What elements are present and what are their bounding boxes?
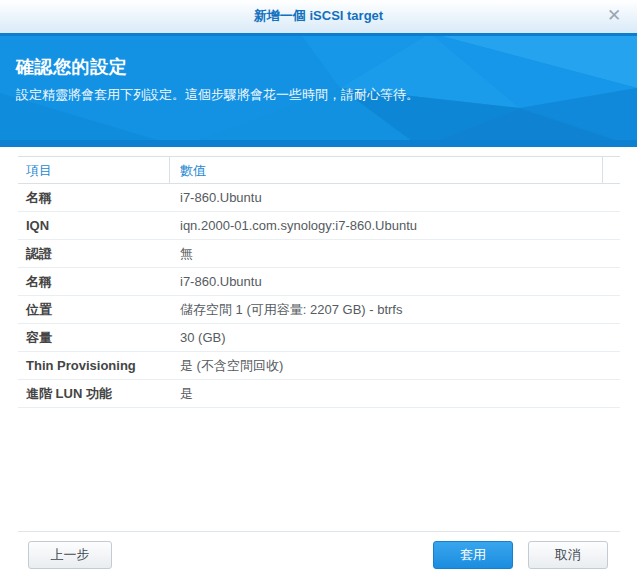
apply-button[interactable]: 套用: [433, 541, 513, 569]
column-header-value: 數值: [171, 157, 603, 184]
iscsi-target-wizard-dialog: 新增一個 iSCSI target ✕ 確認您的設定 設定精靈將會套用下列設定。…: [0, 0, 637, 575]
close-icon[interactable]: ✕: [603, 4, 625, 28]
row-item-label: 名稱: [18, 268, 170, 295]
table-row: 容量 30 (GB): [18, 324, 620, 352]
table-row: 進階 LUN 功能 是: [18, 380, 620, 408]
table-row: 位置 儲存空間 1 (可用容量: 2207 GB) - btrfs: [18, 296, 620, 324]
settings-table: 項目 數值 名稱 i7-860.Ubuntu IQN iqn.2000-01.c…: [18, 156, 620, 408]
table-row: IQN iqn.2000-01.com.synology:i7-860.Ubun…: [18, 212, 620, 240]
banner-heading: 確認您的設定: [16, 55, 127, 79]
row-item-label: Thin Provisioning: [18, 352, 170, 379]
row-item-value: 是: [170, 380, 620, 407]
dialog-titlebar: 新增一個 iSCSI target ✕: [0, 0, 637, 33]
table-row: 認證 無: [18, 240, 620, 268]
settings-table-body: 名稱 i7-860.Ubuntu IQN iqn.2000-01.com.syn…: [18, 184, 620, 408]
wizard-banner: 確認您的設定 設定精靈將會套用下列設定。這個步驟將會花一些時間，請耐心等待。: [0, 33, 637, 147]
row-item-label: 位置: [18, 296, 170, 323]
settings-table-header: 項目 數值: [18, 156, 620, 184]
row-item-label: 名稱: [18, 184, 170, 211]
row-item-value: 是 (不含空間回收): [170, 352, 620, 379]
table-row: Thin Provisioning 是 (不含空間回收): [18, 352, 620, 380]
row-item-value: 無: [170, 240, 620, 267]
row-item-value: i7-860.Ubuntu: [170, 184, 620, 211]
row-item-label: 進階 LUN 功能: [18, 380, 170, 407]
dialog-title: 新增一個 iSCSI target: [0, 0, 637, 33]
table-row: 名稱 i7-860.Ubuntu: [18, 184, 620, 212]
cancel-button[interactable]: 取消: [528, 541, 608, 569]
row-item-label: 認證: [18, 240, 170, 267]
footer-divider: [18, 531, 620, 532]
row-item-label: IQN: [18, 212, 170, 239]
banner-subheading: 設定精靈將會套用下列設定。這個步驟將會花一些時間，請耐心等待。: [16, 86, 419, 104]
row-item-value: i7-860.Ubuntu: [170, 268, 620, 295]
row-item-label: 容量: [18, 324, 170, 351]
row-item-value: 30 (GB): [170, 324, 620, 351]
row-item-value: 儲存空間 1 (可用容量: 2207 GB) - btrfs: [170, 296, 620, 323]
table-row: 名稱 i7-860.Ubuntu: [18, 268, 620, 296]
back-button[interactable]: 上一步: [28, 541, 112, 569]
column-header-item: 項目: [18, 157, 170, 184]
row-item-value: iqn.2000-01.com.synology:i7-860.Ubuntu: [170, 212, 620, 239]
